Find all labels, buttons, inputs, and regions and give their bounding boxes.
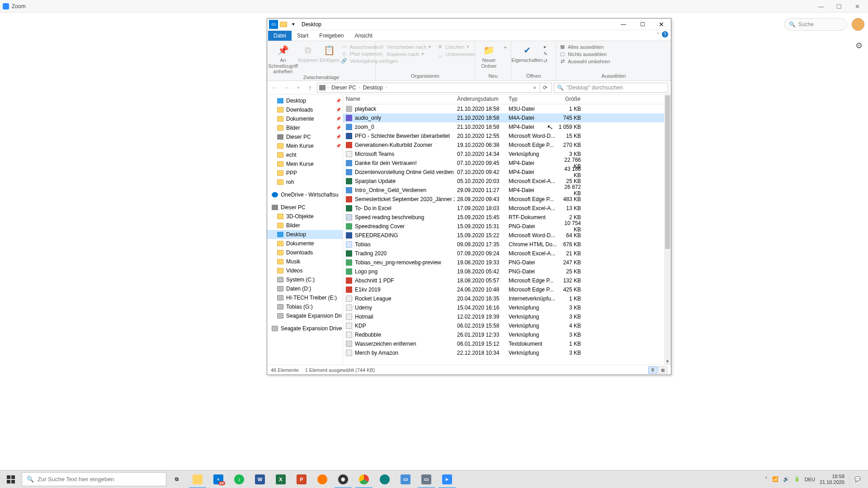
nav-item[interactable]: HI-TECH Treiber (E:): [267, 293, 343, 302]
file-row[interactable]: Logo png19.08.2020 05:42PNG-Datei25 KB: [343, 267, 671, 276]
tray-lang[interactable]: DEU: [805, 477, 815, 482]
firefox-taskbar-button[interactable]: [312, 470, 333, 488]
file-row[interactable]: Udemy15.04.2020 16:16Verknüpfung3 KB: [343, 303, 671, 312]
zoom-settings-icon[interactable]: ⚙: [855, 41, 863, 51]
start-button[interactable]: [0, 470, 22, 488]
obs-taskbar-button[interactable]: ◉: [333, 470, 354, 488]
help-icon[interactable]: ?: [662, 31, 668, 38]
file-row[interactable]: Speedreading Cover15.09.2020 15:31PNG-Da…: [343, 222, 671, 231]
edit-button[interactable]: ✎: [542, 51, 548, 57]
nav-item[interactable]: Seagate Expansion Dri: [267, 311, 343, 320]
file-row[interactable]: Speed reading beschreibung15.09.2020 15:…: [343, 213, 671, 222]
copy-to-button[interactable]: ⎘Kopieren nach ▾: [378, 51, 431, 57]
zoom-titlebar[interactable]: Zoom — ☐ ✕: [0, 0, 868, 13]
view-large-button[interactable]: ▦: [658, 366, 667, 374]
tray-wifi-icon[interactable]: 📶: [772, 476, 778, 482]
history-button[interactable]: ↺: [542, 58, 548, 64]
col-date[interactable]: Änderungsdatum: [454, 94, 506, 104]
word-taskbar-button[interactable]: W: [250, 470, 270, 488]
explorer-close-button[interactable]: ✕: [652, 19, 671, 30]
chrome-taskbar-button[interactable]: [354, 470, 374, 488]
file-row[interactable]: Intro_Online_Geld_Verdienen29.09.2020 11…: [343, 186, 671, 195]
chevron-right-icon[interactable]: ›: [386, 85, 387, 90]
app1-taskbar-button[interactable]: ▭: [416, 470, 437, 488]
scroll-down-icon[interactable]: ▼: [664, 358, 671, 365]
chevron-right-icon[interactable]: ›: [359, 85, 360, 90]
taskview-button[interactable]: ⧉: [166, 470, 187, 488]
ribbon-tab-view[interactable]: Ansicht: [349, 31, 377, 41]
powerpoint-taskbar-button[interactable]: P: [291, 470, 312, 488]
nav-up-button[interactable]: ↑: [305, 83, 315, 93]
file-list[interactable]: playback21.10.2020 18:58M3U-Datei1 KBaud…: [343, 104, 671, 365]
explorer-system-icon[interactable]: ▭: [269, 20, 278, 29]
select-none-button[interactable]: ▢Nichts auswählen: [559, 51, 610, 57]
edge2-taskbar-button[interactable]: [374, 470, 395, 488]
nav-item[interactable]: Tobias (G:): [267, 302, 343, 311]
qat-dropdown-icon[interactable]: ▾: [289, 20, 298, 29]
col-type[interactable]: Typ: [506, 94, 558, 104]
edge-taskbar-button[interactable]: e69: [208, 470, 229, 488]
nav-item[interactable]: echt: [267, 150, 343, 160]
tray-expand-icon[interactable]: ˄: [765, 476, 768, 482]
nav-item[interactable]: Desktop📌: [267, 96, 343, 105]
nav-item[interactable]: Bilder: [267, 221, 343, 230]
file-row[interactable]: Dozentenvorstellung Online Geld verdien.…: [343, 168, 671, 177]
nav-item[interactable]: Videos: [267, 266, 343, 275]
file-row[interactable]: Wasserzeichen entfernen06.01.2019 15:12T…: [343, 339, 671, 348]
file-row[interactable]: KDP06.02.2019 15:58Verknüpfung4 KB: [343, 321, 671, 330]
copy-button[interactable]: ⧉ Kopieren: [298, 43, 318, 63]
nav-item[interactable]: roh: [267, 178, 343, 187]
explorer-titlebar[interactable]: ▭ ▾ Desktop — ☐ ✕: [267, 19, 671, 30]
new-folder-button[interactable]: 📁 Neuer Ordner: [478, 43, 500, 69]
nav-back-button[interactable]: ←: [270, 83, 280, 93]
nav-seagate[interactable]: Seagate Expansion Drive: [267, 324, 343, 333]
breadcrumb-box[interactable]: › Dieser PC › Desktop › ∨ ⟳: [317, 83, 552, 93]
open-button[interactable]: ▸: [542, 44, 548, 50]
nav-item[interactable]: Mein Kurse📌: [267, 141, 343, 150]
nav-forward-button[interactable]: →: [282, 83, 292, 93]
nav-item[interactable]: Dokumente: [267, 239, 343, 248]
properties-button[interactable]: ✔ Eigenschaften: [514, 43, 540, 63]
crumb-pc[interactable]: Dieser PC: [330, 84, 357, 91]
notepad-taskbar-button[interactable]: ▭: [395, 470, 416, 488]
file-row[interactable]: Sparplan Update05.10.2020 20:03Microsoft…: [343, 177, 671, 186]
zoom-maximize-button[interactable]: ☐: [830, 3, 848, 10]
nav-item[interactable]: Dokumente📌: [267, 114, 343, 123]
invert-selection-button[interactable]: ⇄Auswahl umkehren: [559, 58, 610, 64]
file-row[interactable]: Microsoft Teams07.10.2020 14:34Verknüpfu…: [343, 150, 671, 159]
scrollbar[interactable]: ▲ ▼: [664, 94, 671, 365]
select-all-button[interactable]: ▦Alles auswählen: [559, 44, 610, 50]
nav-item[interactable]: Musik: [267, 257, 343, 266]
nav-item[interactable]: Downloads📌: [267, 105, 343, 114]
tray-clock[interactable]: 18:58 21.10.2020: [820, 474, 844, 485]
zoom-taskbar-button[interactable]: ▸: [437, 470, 458, 488]
nav-item[interactable]: Bilder📌: [267, 123, 343, 132]
qat-folder-icon[interactable]: [279, 20, 288, 29]
file-row[interactable]: E1kv 201924.06.2020 10:48Microsoft Edge …: [343, 285, 671, 294]
navigation-pane[interactable]: Desktop📌Downloads📌Dokumente📌Bilder📌Diese…: [267, 94, 343, 365]
explorer-maximize-button[interactable]: ☐: [633, 19, 652, 30]
nav-item[interactable]: 3D-Objekte: [267, 212, 343, 221]
ribbon-tab-file[interactable]: Datei: [268, 31, 292, 41]
nav-onedrive[interactable]: OneDrive - Wirtschaftsu: [267, 190, 343, 199]
pin-quickaccess-button[interactable]: 📌 An Schnellzugriff anheften: [270, 43, 296, 75]
rename-button[interactable]: ␣Umbenennen: [437, 51, 475, 57]
crumb-desktop[interactable]: Desktop: [362, 84, 384, 91]
nav-item[interactable]: Daten (D:): [267, 284, 343, 293]
move-to-button[interactable]: ➲Verschieben nach ▾: [378, 44, 431, 50]
taskbar-search-input[interactable]: 🔍 Zur Suche Text hier eingeben: [22, 472, 166, 486]
zoom-minimize-button[interactable]: —: [812, 3, 830, 10]
explorer-minimize-button[interactable]: —: [614, 19, 633, 30]
file-row[interactable]: Trading 202007.09.2020 09:24Microsoft Ex…: [343, 249, 671, 258]
file-row[interactable]: playback21.10.2020 18:58M3U-Datei1 KB: [343, 104, 671, 113]
nav-item[interactable]: Downloads: [267, 248, 343, 257]
file-row[interactable]: Merch by Amazon22.12.2018 10:34Verknüpfu…: [343, 348, 671, 357]
file-row[interactable]: Rocket League20.04.2020 16:35Internetver…: [343, 294, 671, 303]
address-dropdown-icon[interactable]: ∨: [531, 85, 538, 90]
explorer-taskbar-button[interactable]: [187, 470, 208, 488]
nav-item[interactable]: Mein Kurse: [267, 160, 343, 169]
file-row[interactable]: Hotmail12.02.2019 19:39Verknüpfung3 KB: [343, 312, 671, 321]
view-details-button[interactable]: ≣: [648, 366, 657, 374]
file-row[interactable]: zoom_021.10.2020 18:58MP4-Datei1 059 KB: [343, 122, 671, 131]
file-row[interactable]: SPEEDREADING15.09.2020 15:22Microsoft Wo…: [343, 231, 671, 240]
